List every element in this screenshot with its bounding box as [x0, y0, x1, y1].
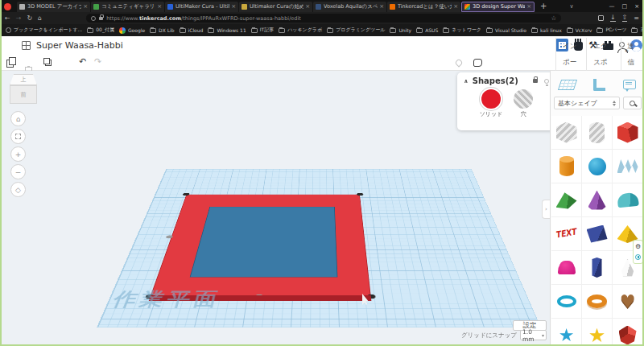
redo-icon[interactable]: ↷ — [94, 57, 101, 66]
shape-wedge[interactable] — [582, 217, 613, 251]
workplane[interactable]: 作業平面 — [97, 169, 541, 327]
browser-tab[interactable]: 3D design Super Waasa-Habbi × — [461, 2, 535, 12]
bookmark-item[interactable]: ハッキングラボ — [279, 27, 322, 34]
perspective-toggle-button[interactable]: ◇ — [10, 182, 26, 197]
bookmark-item[interactable]: VcXsrv — [567, 27, 592, 33]
view-cube-top-face[interactable]: 上 — [10, 74, 37, 85]
zoom-in-button[interactable]: + — [10, 146, 26, 162]
fit-view-button[interactable] — [10, 129, 26, 144]
hole-swatch[interactable] — [514, 89, 533, 109]
edge-handle[interactable] — [166, 235, 174, 238]
bookmark-item[interactable]: iCloud — [180, 27, 204, 33]
shape-cylinder[interactable] — [551, 150, 582, 183]
shape-star-yellow[interactable]: ★ — [582, 319, 613, 346]
shape-box-hole[interactable] — [551, 116, 582, 150]
bookmark-item[interactable]: IT記事 — [251, 27, 274, 34]
window-minimize-button[interactable]: — — [609, 3, 615, 10]
shape-polygon[interactable] — [582, 251, 613, 285]
bookmark-item[interactable]: kali linux — [531, 27, 562, 33]
browser-tab[interactable]: UltiMaker Cura - UltiMaker × — [165, 2, 238, 12]
browser-logo-icon[interactable] — [4, 3, 11, 10]
bookmark-item[interactable]: Unity — [390, 27, 411, 33]
view-home-button[interactable]: ⌂ — [10, 111, 26, 126]
bookmark-item[interactable]: Windows 11 — [208, 27, 246, 33]
tab-close-icon[interactable]: × — [526, 3, 531, 10]
shape-paraboloid[interactable] — [551, 251, 582, 285]
snap-grid-select[interactable]: 1.0 mm ▾ — [520, 330, 547, 340]
browser-tab[interactable]: 3D MODEL アーカイブ - HOME(3D × — [17, 2, 90, 12]
zoom-out-button[interactable]: − — [10, 164, 26, 179]
edge-handle[interactable] — [255, 295, 263, 299]
blue-inner-plate[interactable] — [190, 207, 338, 277]
shape-sphere[interactable] — [582, 150, 613, 183]
visibility-bulb-icon[interactable] — [544, 79, 549, 84]
undo-icon[interactable]: ↶ — [79, 57, 86, 66]
bookmark-star-icon[interactable]: ☆ — [551, 14, 556, 22]
solid-color-swatch[interactable] — [481, 89, 501, 109]
group-icon[interactable] — [473, 59, 482, 67]
bookmark-item[interactable]: ASUS — [416, 27, 438, 33]
shape-round-roof[interactable] — [613, 183, 643, 217]
notes-tool-icon[interactable] — [623, 80, 636, 89]
back-icon[interactable]: ← — [5, 15, 10, 22]
url-text[interactable]: https://www.tinkercad.com/things/lPPAuRx… — [106, 15, 547, 22]
bookmark-item[interactable]: 3Dプリンタ — [631, 27, 644, 34]
tracker-shield-icon[interactable] — [91, 16, 96, 21]
duplicate-icon[interactable] — [43, 58, 50, 64]
bookmark-item[interactable]: Google — [119, 27, 145, 34]
tab-close-icon[interactable]: × — [157, 3, 162, 10]
browser-tab[interactable]: Tinkercadとは？使い方やできるこ × — [387, 2, 460, 12]
panel-collapse-icon[interactable]: ∧ — [464, 78, 469, 84]
shape-cylinder-hole[interactable] — [582, 116, 613, 150]
shape-cone[interactable] — [582, 183, 613, 217]
ruler-tool-icon[interactable] — [593, 79, 605, 91]
dashboard-grid-icon[interactable] — [22, 41, 31, 50]
share-icon[interactable]: ⇧ — [622, 14, 628, 22]
new-tab-button[interactable]: + — [540, 2, 547, 10]
solid-red-plate[interactable] — [151, 195, 371, 296]
shape-search-button[interactable] — [623, 97, 642, 109]
tab-close-icon[interactable]: × — [231, 3, 236, 10]
tab-close-icon[interactable]: × — [453, 3, 458, 10]
bookmark-item[interactable]: 00_付属 — [87, 27, 114, 34]
sidebar-collapse-handle[interactable]: › — [542, 200, 550, 219]
design-title[interactable]: Super Waasa-Habbi — [36, 40, 123, 51]
bookmark-item[interactable]: ネットワーク — [443, 27, 481, 34]
browser-menu-icon[interactable]: ≡ — [634, 14, 639, 22]
annotation-pin-icon[interactable] — [454, 58, 463, 67]
window-maximize-button[interactable]: □ — [622, 3, 628, 10]
shape-tube[interactable] — [551, 285, 582, 319]
forward-icon[interactable]: → — [16, 15, 22, 22]
url-bar[interactable]: https://www.tinkercad.com/things/lPPAuRx… — [86, 14, 561, 23]
lock-icon[interactable] — [533, 79, 538, 83]
workplane-tool-icon[interactable] — [558, 80, 577, 90]
tab-close-icon[interactable]: × — [83, 3, 88, 10]
shape-box[interactable] — [613, 116, 643, 150]
bookmark-item[interactable]: PCパーツ — [597, 27, 626, 34]
shape-roof[interactable] — [551, 183, 582, 217]
shape-torus[interactable] — [582, 285, 613, 319]
shape-category-select[interactable]: 基本シェイプ — [554, 97, 620, 109]
tinkercad-logo[interactable]: TINKERCAD — [2, 38, 16, 51]
tab-menu-icon[interactable]: ∨ — [569, 3, 573, 10]
view-cube[interactable]: 上 前 — [8, 74, 39, 106]
bookmark-item[interactable]: Visual Studio — [486, 27, 526, 33]
browser-tab[interactable]: Ultimaker Curaの始め方【無料ダ × — [239, 2, 312, 12]
browser-tab[interactable]: Voxelab Aquilaのスペック・組立・ × — [313, 2, 386, 12]
download-icon[interactable]: ↓ — [610, 14, 616, 22]
home-icon[interactable]: ⌂ — [38, 15, 42, 22]
shape-icosahedron[interactable] — [613, 319, 643, 346]
bookmark-item[interactable]: ブックマークをインポートす... — [6, 27, 82, 34]
info-icon[interactable] — [635, 254, 641, 260]
view-cube-front-face[interactable]: 前 — [10, 85, 37, 104]
reload-icon[interactable]: ↻ — [27, 15, 32, 22]
window-close-button[interactable]: × — [634, 3, 639, 10]
browser-tab[interactable]: コミュニティギャラリー - 実用・部品・ × — [91, 2, 164, 12]
corner-handle[interactable] — [357, 193, 363, 196]
shape-scribble[interactable] — [613, 150, 643, 183]
shape-star-blue[interactable]: ★ — [551, 319, 582, 346]
shape-heart[interactable]: ♥ — [613, 285, 643, 319]
corner-handle[interactable] — [183, 193, 190, 196]
design-canvas[interactable]: 作業平面 上 前 ⌂ + − ◇ ∧ Shapes(2) ソリッド — [0, 71, 550, 346]
corner-handle[interactable] — [367, 295, 376, 299]
